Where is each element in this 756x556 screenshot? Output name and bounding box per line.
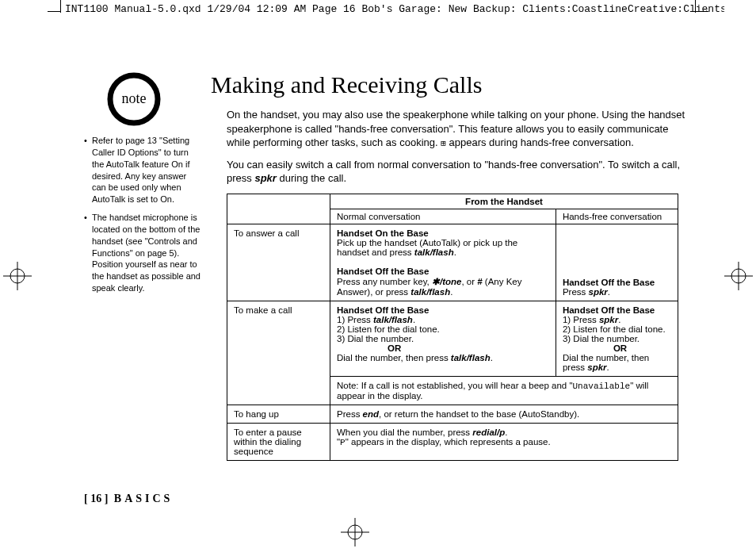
row-label-answer: To answer a call (227, 224, 330, 301)
intro-text: during the call. (277, 172, 346, 184)
cell-text: Dial the number, then press (337, 353, 451, 362)
display-text: Unavailable (573, 382, 631, 391)
col-handsfree: Hands-free conversation (556, 209, 678, 224)
cell-text: 1) Press (337, 315, 373, 324)
row-label-hang: To hang up (227, 405, 330, 424)
cell-heading: Handset Off the Base (563, 305, 655, 315)
sidebar-bullet: The handset microphone is located on the… (84, 212, 201, 294)
cell-text: Note: If a call is not established, you … (337, 381, 573, 390)
page-content: note Refer to page 13 "Setting Caller ID… (84, 71, 693, 508)
page-footer: [ 16 ] BASICS (84, 493, 173, 505)
key-end: end (363, 409, 379, 419)
speaker-icon: ⊞ (441, 138, 446, 148)
main-column: Making and Receiving Calls On the handse… (211, 71, 693, 461)
cell-text: " appears in the display, which represen… (346, 437, 551, 447)
key-spkr: spkr (589, 287, 608, 297)
cell-pause: When you dial the number, press redial/p… (330, 424, 678, 461)
call-table: From the Handset Normal conversation Han… (227, 194, 678, 461)
cell-text: 3) Dial the number. (563, 334, 640, 343)
key-spkr: spkr (254, 172, 276, 184)
section-label: BASICS (114, 493, 174, 504)
key-tone: ✱/tone (432, 277, 461, 286)
key-talk-flash: talk/flash (373, 315, 413, 324)
cell-text: When you dial the number, press (337, 428, 472, 437)
intro-paragraph-2: You can easily switch a call from normal… (227, 158, 693, 186)
cell-text: 2) Listen for the dial tone. (337, 324, 440, 334)
key-spkr: spkr (587, 362, 606, 372)
cell-text: Press (563, 287, 589, 297)
cell-answer-normal: Handset On the Base Pick up the handset … (330, 224, 556, 301)
cell-text: 2) Listen for the dial tone. (563, 324, 666, 334)
register-mark-right (724, 262, 753, 290)
note-label: note (122, 90, 147, 107)
page-number: [ 16 ] (84, 493, 108, 504)
col-normal: Normal conversation (330, 209, 556, 224)
row-label-pause: To enter a pause within the dialing sequ… (227, 424, 330, 461)
or-label: OR (388, 343, 549, 353)
row-label-make: To make a call (227, 301, 330, 405)
key-redial-p: redial/p (472, 428, 505, 437)
table-header-from-handset: From the Handset (330, 194, 678, 209)
cell-make-handsfree: Handset Off the Base 1) Press spkr. 2) L… (556, 301, 678, 377)
cell-make-note: Note: If a call is not established, you … (330, 377, 678, 405)
cell-text: , or (461, 277, 477, 286)
cell-text: 1) Press (563, 315, 599, 324)
sidebar-note: note Refer to page 13 "Setting Caller ID… (84, 71, 201, 301)
cell-text: Press (337, 409, 363, 419)
page-title: Making and Receiving Calls (211, 71, 693, 98)
cell-text: , or return the handset to the base (Aut… (379, 409, 579, 419)
key-talk-flash: talk/flash (410, 287, 450, 297)
cell-heading: Handset Off the Base (337, 266, 429, 276)
cell-make-normal: Handset Off the Base 1) Press talk/flash… (330, 301, 556, 377)
register-mark-left (3, 262, 32, 290)
cell-heading: Handset On the Base (337, 228, 429, 238)
key-talk-flash: talk/flash (451, 353, 491, 362)
cell-text: Press any number key, (337, 277, 432, 286)
sidebar-bullet: Refer to page 13 "Setting Caller ID Opti… (84, 135, 201, 205)
note-icon: note (106, 71, 162, 127)
imprint-header: INT1100 Manual-5.0.qxd 1/29/04 12:09 AM … (65, 3, 724, 15)
or-label: OR (613, 343, 671, 353)
register-mark-bottom (341, 518, 369, 546)
cell-heading: Handset Off the Base (563, 278, 655, 287)
cell-text: 3) Dial the number. (337, 334, 414, 343)
display-text: P (340, 438, 346, 447)
key-talk-flash: talk/flash (414, 247, 454, 257)
intro-text: appears during hands-free conversation. (446, 136, 634, 148)
key-spkr: spkr (599, 315, 618, 324)
cell-answer-handsfree: Handset Off the Base Press spkr. (556, 224, 678, 301)
intro-paragraph-1: On the handset, you may also use the spe… (227, 108, 693, 150)
cell-heading: Handset Off the Base (337, 305, 429, 315)
cell-hang: Press end, or return the handset to the … (330, 405, 678, 424)
